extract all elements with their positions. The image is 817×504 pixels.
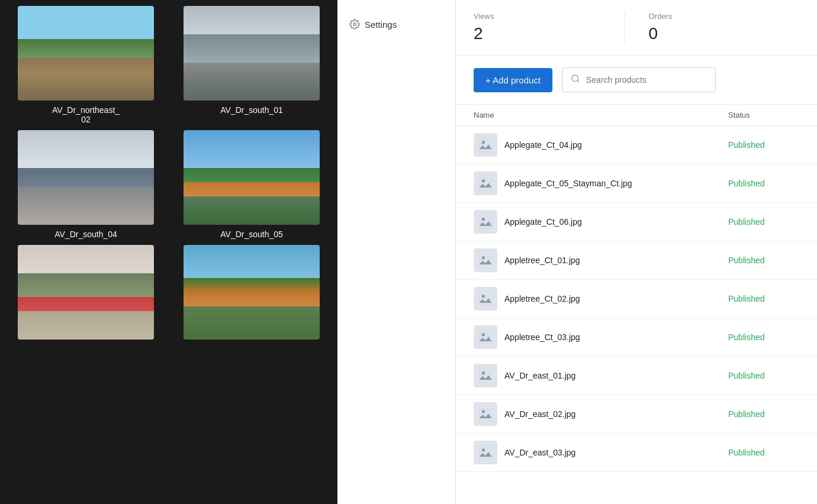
product-thumbnail [474, 325, 497, 349]
stats-row: Views 2 Orders 0 [456, 0, 817, 56]
svg-rect-15 [477, 367, 494, 384]
status-badge: Published [728, 256, 765, 265]
image-placeholder-icon [477, 214, 494, 230]
add-product-button[interactable]: + Add product [474, 68, 552, 92]
right-panel: Views 2 Orders 0 + Add product Name Stat… [456, 0, 817, 504]
views-value: 2 [474, 24, 601, 43]
svg-point-16 [482, 371, 485, 374]
image-placeholder-icon [477, 444, 494, 461]
row-name-cell: Appletree_Ct_03.jpg [474, 325, 728, 349]
row-name-cell: Appletree_Ct_01.jpg [474, 248, 728, 272]
status-badge: Published [728, 371, 765, 380]
product-thumbnail [474, 172, 497, 195]
table-row[interactable]: Appletree_Ct_02.jpg Published [456, 280, 817, 318]
svg-point-18 [482, 410, 485, 413]
product-name: AV_Dr_east_01.jpg [504, 371, 575, 380]
svg-rect-9 [477, 252, 494, 269]
product-name: Applegate_Ct_05_Stayman_Ct.jpg [504, 179, 632, 188]
table-row[interactable]: Applegate_Ct_06.jpg Published [456, 203, 817, 241]
image-placeholder-icon [477, 406, 494, 422]
status-badge: Published [728, 294, 765, 303]
settings-panel: Settings [337, 0, 456, 504]
row-name-cell: AV_Dr_east_03.jpg [474, 441, 728, 464]
product-thumbnail [474, 441, 497, 464]
svg-rect-7 [477, 214, 494, 230]
svg-point-6 [482, 179, 485, 182]
svg-point-8 [482, 218, 485, 221]
image-thumb [184, 245, 320, 340]
table-row[interactable]: Applegate_Ct_04.jpg Published [456, 126, 817, 164]
product-name: AV_Dr_east_02.jpg [504, 409, 575, 419]
svg-point-0 [353, 23, 356, 26]
row-name-cell: AV_Dr_east_02.jpg [474, 402, 728, 426]
product-thumbnail [474, 402, 497, 426]
svg-line-2 [577, 80, 579, 82]
search-box[interactable] [562, 67, 716, 92]
column-status-header: Status [728, 111, 799, 119]
image-cell-av-northeast-02[interactable]: AV_Dr_northeast_02 [6, 6, 166, 124]
product-name: Appletree_Ct_01.jpg [504, 256, 580, 265]
status-badge: Published [728, 332, 765, 342]
svg-point-10 [482, 256, 485, 259]
search-input[interactable] [586, 75, 707, 85]
status-badge: Published [728, 448, 765, 457]
product-name: Appletree_Ct_03.jpg [504, 332, 580, 342]
status-badge: Published [728, 409, 765, 419]
image-cell-av-south-04[interactable]: AV_Dr_south_04 [6, 130, 166, 239]
image-thumb [18, 130, 154, 225]
row-status-cell: Published [728, 178, 799, 189]
product-table: Name Status Applegate_Ct_04.jpg Publishe… [456, 105, 817, 472]
product-thumbnail [474, 287, 497, 311]
image-label: AV_Dr_south_01 [220, 105, 283, 115]
column-name-header: Name [474, 111, 728, 119]
row-name-cell: AV_Dr_east_01.jpg [474, 364, 728, 387]
views-stat: Views 2 [474, 12, 625, 43]
row-name-cell: Applegate_Ct_05_Stayman_Ct.jpg [474, 172, 728, 195]
product-thumbnail [474, 210, 497, 234]
image-thumb [184, 6, 320, 101]
table-body: Applegate_Ct_04.jpg Published Applegate_… [456, 126, 817, 472]
table-row[interactable]: AV_Dr_east_03.jpg Published [456, 434, 817, 472]
image-cell-av-south-05[interactable]: AV_Dr_south_05 [172, 130, 332, 239]
image-label: AV_Dr_south_05 [220, 230, 283, 239]
row-status-cell: Published [728, 447, 799, 458]
table-row[interactable]: Applegate_Ct_05_Stayman_Ct.jpg Published [456, 164, 817, 203]
product-thumbnail [474, 248, 497, 272]
image-thumb [184, 130, 320, 225]
row-status-cell: Published [728, 255, 799, 266]
image-cell-row3-right[interactable] [172, 245, 332, 344]
svg-point-20 [482, 448, 485, 451]
product-thumbnail [474, 364, 497, 387]
image-placeholder-icon [477, 175, 494, 192]
svg-rect-5 [477, 175, 494, 192]
toolbar: + Add product [456, 56, 817, 105]
row-status-cell: Published [728, 293, 799, 304]
table-row[interactable]: AV_Dr_east_01.jpg Published [456, 357, 817, 395]
image-placeholder-icon [477, 137, 494, 153]
row-name-cell: Applegate_Ct_06.jpg [474, 210, 728, 234]
image-cell-av-south-01[interactable]: AV_Dr_south_01 [172, 6, 332, 124]
image-cell-row3-left[interactable] [6, 245, 166, 344]
status-badge: Published [728, 217, 765, 227]
table-row[interactable]: Appletree_Ct_01.jpg Published [456, 241, 817, 280]
svg-point-12 [482, 295, 485, 298]
settings-menu-item[interactable]: Settings [337, 12, 455, 37]
image-placeholder-icon [477, 329, 494, 345]
image-label: AV_Dr_south_04 [54, 230, 117, 239]
image-thumb [18, 6, 154, 101]
row-status-cell: Published [728, 217, 799, 227]
row-status-cell: Published [728, 332, 799, 343]
product-name: Applegate_Ct_04.jpg [504, 140, 582, 150]
table-row[interactable]: AV_Dr_east_02.jpg Published [456, 395, 817, 434]
table-row[interactable]: Appletree_Ct_03.jpg Published [456, 318, 817, 357]
status-badge: Published [728, 140, 765, 150]
row-status-cell: Published [728, 370, 799, 381]
row-name-cell: Appletree_Ct_02.jpg [474, 287, 728, 311]
table-header: Name Status [456, 105, 817, 126]
image-label: AV_Dr_northeast_02 [52, 105, 120, 124]
image-placeholder-icon [477, 290, 494, 307]
product-name: Appletree_Ct_02.jpg [504, 294, 580, 303]
views-label: Views [474, 12, 601, 21]
svg-rect-11 [477, 290, 494, 307]
orders-stat: Orders 0 [625, 12, 800, 43]
